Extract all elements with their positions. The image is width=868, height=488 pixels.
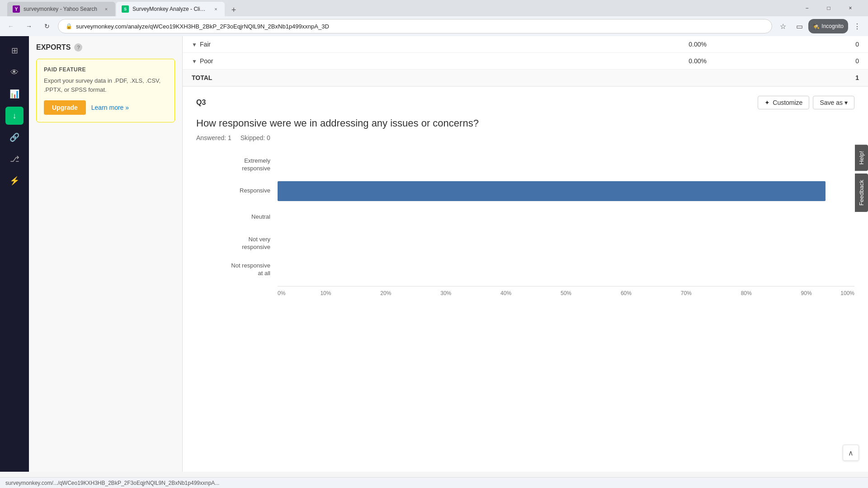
fair-count: 0 bbox=[716, 36, 868, 53]
q3-stats: Answered: 1 Skipped: 0 bbox=[196, 134, 854, 141]
sidebar-filter-icon[interactable]: ⊞ bbox=[5, 42, 24, 60]
sidebar-link-icon[interactable]: 🔗 bbox=[5, 128, 24, 146]
panel-help-button[interactable]: ? bbox=[74, 43, 82, 52]
x-label-90: 90% bbox=[776, 290, 836, 296]
expand-arrow-poor[interactable]: ▼ bbox=[192, 58, 197, 65]
total-label: TOTAL bbox=[183, 70, 462, 86]
chart-bar-area-3 bbox=[278, 207, 854, 227]
title-bar: Y surveymonkey - Yahoo Search × S Survey… bbox=[0, 0, 868, 16]
chart-label-extremely-responsive: Extremelyresponsive bbox=[196, 157, 278, 173]
q3-title: How responsive were we in addressing any… bbox=[196, 117, 854, 131]
exports-panel: EXPORTS ? PAID FEATURE Export your surve… bbox=[29, 36, 183, 472]
paid-feature-box: PAID FEATURE Export your survey data in … bbox=[36, 59, 175, 122]
chart-bar-area-5 bbox=[278, 260, 854, 280]
chart-row-not-responsive-at-all: Not responsiveat all bbox=[196, 260, 854, 280]
poor-count: 0 bbox=[716, 53, 868, 70]
table-row: ▼Fair 0.00% 0 bbox=[183, 36, 868, 53]
maximize-button[interactable]: □ bbox=[818, 2, 839, 14]
x-label-50: 50% bbox=[536, 290, 596, 296]
tab-yahoo-close[interactable]: × bbox=[103, 5, 110, 13]
poor-label: Poor bbox=[200, 57, 213, 65]
customize-label: Customize bbox=[773, 99, 802, 106]
back-button[interactable]: ← bbox=[4, 19, 18, 33]
incognito-badge[interactable]: 🕵 Incognito bbox=[808, 19, 848, 33]
x-label-30: 30% bbox=[416, 290, 476, 296]
chart-bar-area-1 bbox=[278, 155, 854, 175]
lock-icon: 🔒 bbox=[66, 23, 72, 29]
chart-bar-area-2 bbox=[278, 181, 854, 201]
chart-label-not-responsive-at-all: Not responsiveat all bbox=[196, 262, 278, 277]
incognito-icon: 🕵 bbox=[813, 23, 820, 29]
panel-header: EXPORTS ? bbox=[36, 43, 175, 52]
feedback-tab[interactable]: Feedback bbox=[855, 174, 868, 212]
chart-x-axis: 0% 10% 20% 30% 40% 50% 60% 70% 80% 90% 1… bbox=[278, 286, 854, 296]
save-as-button[interactable]: Save as ▾ bbox=[813, 96, 854, 109]
upgrade-button[interactable]: Upgrade bbox=[44, 100, 86, 115]
bookmark-button[interactable]: ☆ bbox=[776, 19, 790, 33]
total-row: TOTAL 1 bbox=[183, 70, 868, 86]
left-sidebar: ⊞ 👁 📊 ↓ 🔗 ⎇ ⚡ bbox=[0, 36, 29, 472]
x-label-40: 40% bbox=[476, 290, 536, 296]
menu-button[interactable]: ⋮ bbox=[850, 19, 864, 33]
x-label-80: 80% bbox=[716, 290, 776, 296]
save-as-label: Save as bbox=[820, 99, 843, 106]
main-layout: ⊞ 👁 📊 ↓ 🔗 ⎇ ⚡ EXPORTS ? PAID FEATURE Exp… bbox=[0, 36, 868, 472]
x-label-70: 70% bbox=[656, 290, 716, 296]
chart-row-not-very-responsive: Not veryresponsive bbox=[196, 234, 854, 253]
yahoo-favicon: Y bbox=[13, 5, 20, 13]
sidebar-chart-icon[interactable]: 📊 bbox=[5, 85, 24, 103]
x-label-20: 20% bbox=[356, 290, 416, 296]
help-tab[interactable]: Help! bbox=[855, 145, 868, 171]
url-text: surveymonkey.com/analyze/qWCeo19KXH3HB_2… bbox=[76, 23, 764, 30]
q3-header: Q3 ✦ Customize Save as ▾ bbox=[196, 96, 854, 109]
poor-percentage: 0.00% bbox=[462, 53, 716, 70]
reload-button[interactable]: ↻ bbox=[40, 19, 54, 33]
paid-feature-actions: Upgrade Learn more » bbox=[44, 100, 167, 115]
sidebar-download-icon[interactable]: ↓ bbox=[5, 107, 24, 125]
right-help-panel: Help! Feedback bbox=[855, 145, 868, 212]
tab-yahoo[interactable]: Y surveymonkey - Yahoo Search × bbox=[7, 2, 115, 16]
close-button[interactable]: × bbox=[840, 2, 861, 14]
fair-label: Fair bbox=[200, 41, 211, 48]
chart-row-extremely-responsive: Extremelyresponsive bbox=[196, 155, 854, 175]
chart-label-responsive: Responsive bbox=[196, 187, 278, 195]
forward-button[interactable]: → bbox=[22, 19, 36, 33]
new-tab-button[interactable]: + bbox=[227, 4, 240, 16]
chart-label-not-very-responsive: Not veryresponsive bbox=[196, 236, 278, 251]
x-label-0: 0% bbox=[278, 290, 296, 296]
chevron-down-icon: ▾ bbox=[844, 99, 848, 106]
tab-yahoo-title: surveymonkey - Yahoo Search bbox=[24, 6, 97, 12]
sidebar-share-icon[interactable]: ⎇ bbox=[5, 150, 24, 168]
chart-label-neutral: Neutral bbox=[196, 213, 278, 221]
bar-chart: Extremelyresponsive Responsive Neutral bbox=[196, 150, 854, 305]
skipped-label: Skipped: 0 bbox=[241, 134, 270, 141]
x-label-60: 60% bbox=[596, 290, 656, 296]
minimize-button[interactable]: − bbox=[797, 2, 817, 14]
cast-button[interactable]: ▭ bbox=[792, 19, 807, 33]
expand-arrow-fair[interactable]: ▼ bbox=[192, 42, 197, 48]
learn-more-link[interactable]: Learn more » bbox=[91, 104, 129, 111]
tab-survey[interactable]: S SurveyMonkey Analyze - Client... × bbox=[116, 2, 225, 16]
paid-feature-description: Export your survey data in .PDF, .XLS, .… bbox=[44, 76, 167, 94]
sidebar-eye-icon[interactable]: 👁 bbox=[5, 63, 24, 81]
survey-favicon: S bbox=[122, 5, 129, 13]
chart-row-neutral: Neutral bbox=[196, 207, 854, 227]
x-label-100: 100% bbox=[836, 290, 854, 296]
x-label-10: 10% bbox=[296, 290, 356, 296]
main-content: ▼Fair 0.00% 0 ▼Poor 0.00% 0 TOTAL 1 bbox=[183, 36, 868, 472]
sidebar-bolt-icon[interactable]: ⚡ bbox=[5, 172, 24, 190]
q3-number: Q3 bbox=[196, 99, 206, 107]
customize-button[interactable]: ✦ Customize bbox=[758, 96, 809, 109]
incognito-label: Incognito bbox=[821, 23, 844, 29]
wand-icon: ✦ bbox=[764, 99, 770, 106]
status-bar: surveymonkey.com/.../qWCeo19KXH3HB_2BkP_… bbox=[0, 477, 868, 488]
tab-survey-title: SurveyMonkey Analyze - Client... bbox=[132, 6, 207, 12]
tab-survey-close[interactable]: × bbox=[212, 5, 219, 13]
paid-feature-title: PAID FEATURE bbox=[44, 66, 167, 73]
panel-title: EXPORTS bbox=[36, 43, 71, 52]
chart-bar-responsive bbox=[278, 181, 826, 201]
q3-section: Q3 ✦ Customize Save as ▾ How responsive … bbox=[183, 86, 868, 319]
answered-label: Answered: 1 bbox=[196, 134, 231, 141]
scroll-up-button[interactable]: ∧ bbox=[843, 445, 859, 461]
url-bar[interactable]: 🔒 surveymonkey.com/analyze/qWCeo19KXH3HB… bbox=[58, 19, 772, 33]
